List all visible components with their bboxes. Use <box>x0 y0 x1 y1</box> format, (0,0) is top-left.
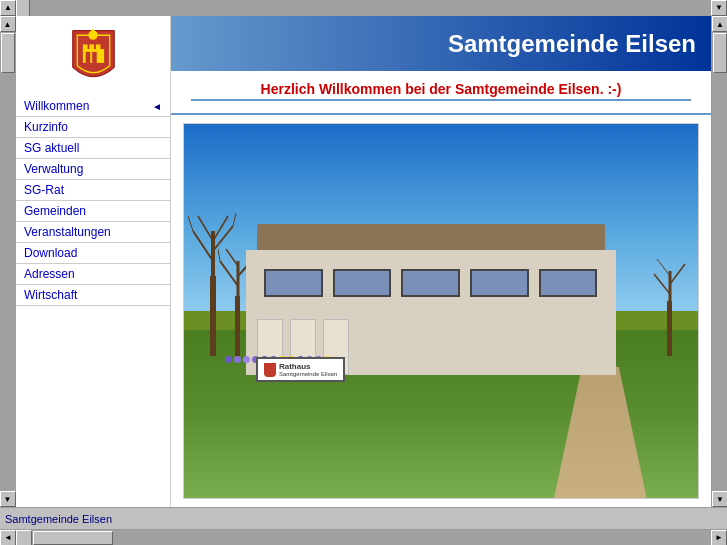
flower <box>243 356 250 363</box>
content-area: Willkommen◄KurzinfoSG aktuellVerwaltungS… <box>16 16 727 507</box>
nav-link-8[interactable]: Adressen <box>24 267 162 281</box>
scroll-down-right[interactable]: ▼ <box>712 491 727 507</box>
nav-link-1[interactable]: Kurzinfo <box>24 120 162 134</box>
h-scroll-track <box>32 530 711 546</box>
logo-area <box>16 21 170 96</box>
svg-line-17 <box>226 249 238 266</box>
scroll-corner <box>16 530 32 546</box>
svg-line-21 <box>670 264 685 284</box>
window <box>264 269 323 297</box>
svg-line-18 <box>218 249 220 261</box>
svg-rect-2 <box>89 44 94 51</box>
rathaus-sign: Rathaus Samtgemeinde Eilsen <box>256 357 345 382</box>
nav-item-verwaltung[interactable]: Verwaltung <box>16 159 170 180</box>
nav-item-adressen[interactable]: Adressen <box>16 264 170 285</box>
nav-item-sg-rat[interactable]: SG-Rat <box>16 180 170 201</box>
browser-window: ▲ ▼ ▲ ▼ <box>0 0 727 545</box>
window <box>333 269 392 297</box>
svg-line-11 <box>213 216 228 241</box>
welcome-section: Herzlich Willkommen bei der Samtgemeinde… <box>171 71 711 115</box>
sign-text: Rathaus Samtgemeinde Eilsen <box>279 362 337 377</box>
window <box>539 269 598 297</box>
tree-center-left <box>235 296 240 356</box>
nav-link-2[interactable]: SG aktuell <box>24 141 162 155</box>
nav-item-wirtschaft[interactable]: Wirtschaft <box>16 285 170 306</box>
nav-item-gemeinden[interactable]: Gemeinden <box>16 201 170 222</box>
right-scrollbar: ▲ ▼ <box>711 16 727 507</box>
status-link[interactable]: Samtgemeinde Eilsen <box>5 513 112 525</box>
sidebar: Willkommen◄KurzinfoSG aktuellVerwaltungS… <box>16 16 171 507</box>
nav-item-veranstaltungen[interactable]: Veranstaltungen <box>16 222 170 243</box>
building-scene: Rathaus Samtgemeinde Eilsen <box>184 124 698 498</box>
left-scrollbar: ▲ ▼ <box>0 16 16 507</box>
scroll-down-left[interactable]: ▼ <box>0 491 16 507</box>
tree-right <box>667 301 672 356</box>
rathaus-image: Rathaus Samtgemeinde Eilsen <box>183 123 699 499</box>
tree-trunk-right <box>667 301 672 356</box>
image-container: Rathaus Samtgemeinde Eilsen <box>171 115 711 507</box>
roof <box>257 224 605 250</box>
flower <box>234 356 241 363</box>
divider <box>191 99 691 101</box>
top-scrollbar: ▲ ▼ <box>0 0 727 16</box>
svg-rect-1 <box>82 44 87 51</box>
nav-link-5[interactable]: Gemeinden <box>24 204 162 218</box>
welcome-text: Herzlich Willkommen bei der Samtgemeinde… <box>191 81 691 97</box>
nav-link-9[interactable]: Wirtschaft <box>24 288 162 302</box>
nav-item-willkommen[interactable]: Willkommen◄ <box>16 96 170 117</box>
nav-list: Willkommen◄KurzinfoSG aktuellVerwaltungS… <box>16 96 170 306</box>
nav-link-6[interactable]: Veranstaltungen <box>24 225 162 239</box>
svg-line-10 <box>198 216 213 241</box>
nav-item-kurzinfo[interactable]: Kurzinfo <box>16 117 170 138</box>
main-area: ▲ ▼ <box>0 16 727 507</box>
svg-rect-5 <box>92 52 97 63</box>
nav-link-7[interactable]: Download <box>24 246 162 260</box>
main-content: Samtgemeinde Eilsen Herzlich Willkommen … <box>171 16 711 507</box>
svg-line-22 <box>657 259 670 276</box>
windows-row <box>264 269 597 297</box>
logo-icon <box>66 26 121 86</box>
svg-rect-4 <box>85 52 90 63</box>
bottom-scrollbar: ◄ ► <box>0 529 727 545</box>
svg-line-20 <box>654 274 670 294</box>
svg-rect-3 <box>95 44 100 51</box>
nav-link-4[interactable]: SG-Rat <box>24 183 162 197</box>
scroll-up-right[interactable]: ▲ <box>712 16 727 32</box>
scroll-up-left[interactable]: ▲ <box>0 16 16 32</box>
header-banner: Samtgemeinde Eilsen <box>171 16 711 71</box>
tree-left <box>210 276 216 356</box>
nav-item-sg-aktuell[interactable]: SG aktuell <box>16 138 170 159</box>
nav-link-3[interactable]: Verwaltung <box>24 162 162 176</box>
flower <box>225 356 232 363</box>
svg-line-12 <box>188 216 193 231</box>
window <box>401 269 460 297</box>
nav-item-download[interactable]: Download <box>16 243 170 264</box>
scroll-down-btn[interactable]: ▼ <box>711 0 727 16</box>
active-arrow-icon: ◄ <box>152 101 162 112</box>
h-scroll-thumb[interactable] <box>33 531 113 545</box>
nav-link-0[interactable]: Willkommen <box>24 99 148 113</box>
sign-shield <box>264 363 276 377</box>
page-title: Samtgemeinde Eilsen <box>448 30 696 58</box>
scroll-left-btn[interactable]: ◄ <box>0 530 16 546</box>
svg-line-15 <box>220 261 238 286</box>
scroll-right-btn[interactable]: ► <box>711 530 727 546</box>
status-bar: Samtgemeinde Eilsen <box>0 507 727 529</box>
svg-line-13 <box>233 213 236 226</box>
window <box>470 269 529 297</box>
tree-branches-right <box>652 256 687 306</box>
scroll-up-btn[interactable]: ▲ <box>0 0 16 16</box>
